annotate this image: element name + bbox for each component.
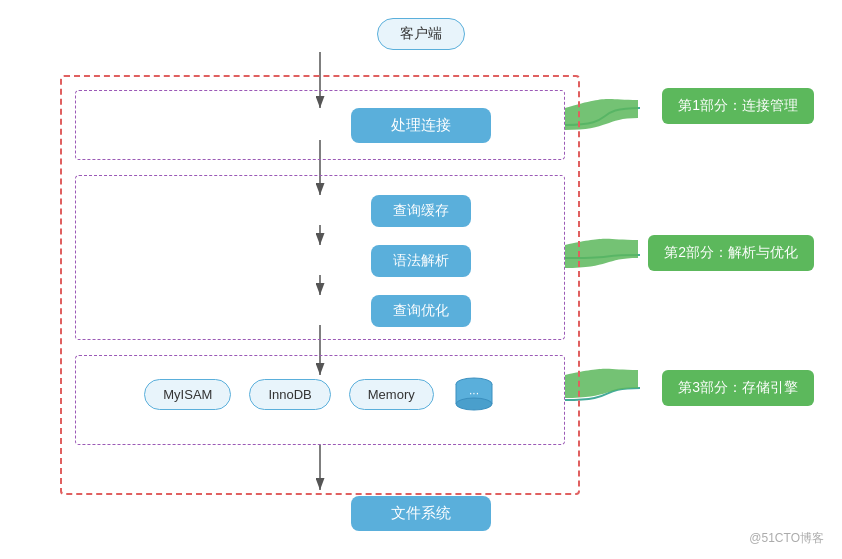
- syntax-parse-node: 语法解析: [371, 245, 471, 277]
- section1-box: [75, 90, 565, 160]
- engines-row: MyISAM InnoDB Memory ···: [85, 375, 555, 413]
- green-label-part1: 第1部分：连接管理: [662, 88, 814, 124]
- engine-other-icon: ···: [452, 375, 496, 413]
- file-system-node: 文件系统: [351, 496, 491, 531]
- query-cache-node: 查询缓存: [371, 195, 471, 227]
- diagram-container: 客户端 处理连接 查询缓存 语法解析 查询优化 MyISAM InnoDB Me…: [0, 0, 842, 559]
- client-node: 客户端: [377, 18, 465, 50]
- engine-myisam: MyISAM: [144, 379, 231, 410]
- watermark: @51CTO博客: [749, 530, 824, 547]
- engine-innodb: InnoDB: [249, 379, 330, 410]
- green-label-part2: 第2部分：解析与优化: [648, 235, 814, 271]
- engine-memory: Memory: [349, 379, 434, 410]
- svg-text:···: ···: [469, 386, 479, 400]
- process-conn-node: 处理连接: [351, 108, 491, 143]
- section2-box: [75, 175, 565, 340]
- green-label-part3: 第3部分：存储引擎: [662, 370, 814, 406]
- query-opt-node: 查询优化: [371, 295, 471, 327]
